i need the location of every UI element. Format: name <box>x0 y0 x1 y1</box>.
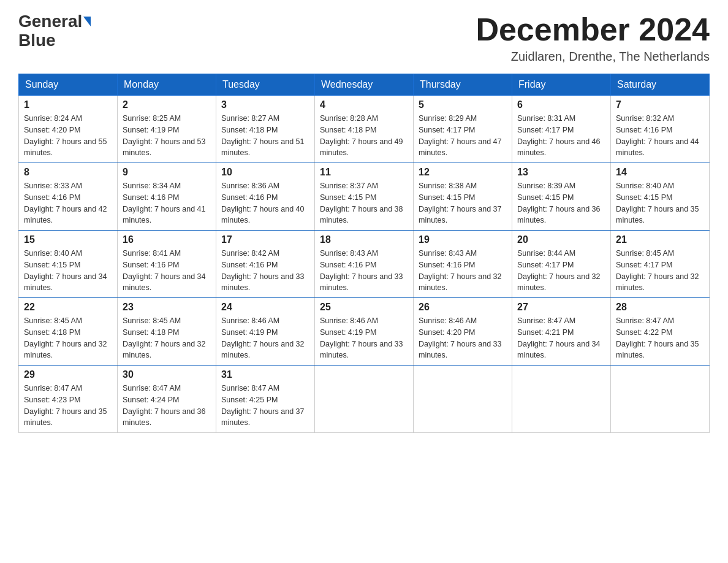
weekday-header-row: SundayMondayTuesdayWednesdayThursdayFrid… <box>19 74 710 96</box>
calendar-cell: 14 Sunrise: 8:40 AM Sunset: 4:15 PM Dayl… <box>611 163 710 231</box>
calendar-cell: 9 Sunrise: 8:34 AM Sunset: 4:16 PM Dayli… <box>118 163 216 231</box>
day-number: 4 <box>320 99 408 110</box>
calendar-cell: 20 Sunrise: 8:44 AM Sunset: 4:17 PM Dayl… <box>512 231 611 298</box>
calendar-cell: 1 Sunrise: 8:24 AM Sunset: 4:20 PM Dayli… <box>19 96 118 163</box>
calendar-cell: 23 Sunrise: 8:45 AM Sunset: 4:18 PM Dayl… <box>118 298 216 366</box>
day-info: Sunrise: 8:34 AM Sunset: 4:16 PM Dayligh… <box>123 180 211 226</box>
day-info: Sunrise: 8:40 AM Sunset: 4:15 PM Dayligh… <box>24 248 112 294</box>
day-info: Sunrise: 8:37 AM Sunset: 4:15 PM Dayligh… <box>320 180 408 226</box>
page-header: General Blue December 2024 Zuidlaren, Dr… <box>18 12 710 64</box>
day-number: 12 <box>419 167 507 178</box>
day-info: Sunrise: 8:27 AM Sunset: 4:18 PM Dayligh… <box>221 113 309 159</box>
day-info: Sunrise: 8:46 AM Sunset: 4:19 PM Dayligh… <box>320 315 408 361</box>
calendar-cell: 4 Sunrise: 8:28 AM Sunset: 4:18 PM Dayli… <box>315 96 414 163</box>
calendar-week-row: 22 Sunrise: 8:45 AM Sunset: 4:18 PM Dayl… <box>19 298 710 366</box>
day-number: 10 <box>221 167 309 178</box>
day-info: Sunrise: 8:47 AM Sunset: 4:24 PM Dayligh… <box>123 383 211 429</box>
day-number: 11 <box>320 167 408 178</box>
calendar-cell: 30 Sunrise: 8:47 AM Sunset: 4:24 PM Dayl… <box>118 366 216 433</box>
day-number: 16 <box>123 234 211 245</box>
day-number: 19 <box>419 234 507 245</box>
day-info: Sunrise: 8:31 AM Sunset: 4:17 PM Dayligh… <box>517 113 605 159</box>
calendar-week-row: 1 Sunrise: 8:24 AM Sunset: 4:20 PM Dayli… <box>19 96 710 163</box>
calendar-cell: 29 Sunrise: 8:47 AM Sunset: 4:23 PM Dayl… <box>19 366 118 433</box>
calendar-cell: 11 Sunrise: 8:37 AM Sunset: 4:15 PM Dayl… <box>315 163 414 231</box>
day-number: 2 <box>123 99 211 110</box>
day-number: 26 <box>419 302 507 313</box>
logo-text-general: General <box>18 12 82 31</box>
day-info: Sunrise: 8:42 AM Sunset: 4:16 PM Dayligh… <box>221 248 309 294</box>
weekday-header-thursday: Thursday <box>414 74 512 96</box>
day-number: 14 <box>616 167 704 178</box>
title-block: December 2024 Zuidlaren, Drenthe, The Ne… <box>476 12 710 64</box>
day-number: 25 <box>320 302 408 313</box>
day-number: 15 <box>24 234 112 245</box>
day-number: 27 <box>517 302 605 313</box>
calendar-week-row: 29 Sunrise: 8:47 AM Sunset: 4:23 PM Dayl… <box>19 366 710 433</box>
day-info: Sunrise: 8:47 AM Sunset: 4:23 PM Dayligh… <box>24 383 112 429</box>
calendar-cell: 27 Sunrise: 8:47 AM Sunset: 4:21 PM Dayl… <box>512 298 611 366</box>
calendar-cell: 26 Sunrise: 8:46 AM Sunset: 4:20 PM Dayl… <box>414 298 512 366</box>
calendar-cell: 5 Sunrise: 8:29 AM Sunset: 4:17 PM Dayli… <box>414 96 512 163</box>
calendar-cell: 2 Sunrise: 8:25 AM Sunset: 4:19 PM Dayli… <box>118 96 216 163</box>
day-number: 13 <box>517 167 605 178</box>
day-info: Sunrise: 8:33 AM Sunset: 4:16 PM Dayligh… <box>24 180 112 226</box>
day-number: 30 <box>123 369 211 380</box>
day-info: Sunrise: 8:24 AM Sunset: 4:20 PM Dayligh… <box>24 113 112 159</box>
calendar-cell: 13 Sunrise: 8:39 AM Sunset: 4:15 PM Dayl… <box>512 163 611 231</box>
day-number: 18 <box>320 234 408 245</box>
calendar-cell: 12 Sunrise: 8:38 AM Sunset: 4:15 PM Dayl… <box>414 163 512 231</box>
day-info: Sunrise: 8:43 AM Sunset: 4:16 PM Dayligh… <box>320 248 408 294</box>
day-number: 24 <box>221 302 309 313</box>
weekday-header-monday: Monday <box>118 74 216 96</box>
day-number: 6 <box>517 99 605 110</box>
logo-arrow-icon <box>83 17 91 26</box>
weekday-header-friday: Friday <box>512 74 611 96</box>
day-info: Sunrise: 8:32 AM Sunset: 4:16 PM Dayligh… <box>616 113 704 159</box>
day-number: 7 <box>616 99 704 110</box>
day-number: 17 <box>221 234 309 245</box>
calendar-cell <box>611 366 710 433</box>
logo-text-blue: Blue <box>18 31 56 50</box>
day-info: Sunrise: 8:47 AM Sunset: 4:21 PM Dayligh… <box>517 315 605 361</box>
calendar-cell <box>315 366 414 433</box>
day-number: 22 <box>24 302 112 313</box>
calendar-cell: 25 Sunrise: 8:46 AM Sunset: 4:19 PM Dayl… <box>315 298 414 366</box>
day-info: Sunrise: 8:28 AM Sunset: 4:18 PM Dayligh… <box>320 113 408 159</box>
day-number: 1 <box>24 99 112 110</box>
weekday-header-saturday: Saturday <box>611 74 710 96</box>
calendar-cell: 7 Sunrise: 8:32 AM Sunset: 4:16 PM Dayli… <box>611 96 710 163</box>
calendar-cell: 3 Sunrise: 8:27 AM Sunset: 4:18 PM Dayli… <box>216 96 315 163</box>
weekday-header-sunday: Sunday <box>19 74 118 96</box>
day-info: Sunrise: 8:45 AM Sunset: 4:18 PM Dayligh… <box>123 315 211 361</box>
day-info: Sunrise: 8:25 AM Sunset: 4:19 PM Dayligh… <box>123 113 211 159</box>
weekday-header-wednesday: Wednesday <box>315 74 414 96</box>
calendar-cell: 8 Sunrise: 8:33 AM Sunset: 4:16 PM Dayli… <box>19 163 118 231</box>
calendar-cell: 10 Sunrise: 8:36 AM Sunset: 4:16 PM Dayl… <box>216 163 315 231</box>
day-number: 31 <box>221 369 309 380</box>
day-number: 3 <box>221 99 309 110</box>
day-info: Sunrise: 8:29 AM Sunset: 4:17 PM Dayligh… <box>419 113 507 159</box>
day-info: Sunrise: 8:45 AM Sunset: 4:17 PM Dayligh… <box>616 248 704 294</box>
calendar-cell <box>512 366 611 433</box>
calendar-cell: 28 Sunrise: 8:47 AM Sunset: 4:22 PM Dayl… <box>611 298 710 366</box>
calendar-cell: 19 Sunrise: 8:43 AM Sunset: 4:16 PM Dayl… <box>414 231 512 298</box>
calendar-cell: 15 Sunrise: 8:40 AM Sunset: 4:15 PM Dayl… <box>19 231 118 298</box>
calendar-cell: 6 Sunrise: 8:31 AM Sunset: 4:17 PM Dayli… <box>512 96 611 163</box>
day-number: 8 <box>24 167 112 178</box>
day-number: 29 <box>24 369 112 380</box>
calendar-cell: 21 Sunrise: 8:45 AM Sunset: 4:17 PM Dayl… <box>611 231 710 298</box>
location-text: Zuidlaren, Drenthe, The Netherlands <box>476 50 710 64</box>
calendar-week-row: 8 Sunrise: 8:33 AM Sunset: 4:16 PM Dayli… <box>19 163 710 231</box>
calendar-cell: 31 Sunrise: 8:47 AM Sunset: 4:25 PM Dayl… <box>216 366 315 433</box>
calendar-cell: 24 Sunrise: 8:46 AM Sunset: 4:19 PM Dayl… <box>216 298 315 366</box>
day-info: Sunrise: 8:47 AM Sunset: 4:25 PM Dayligh… <box>221 383 309 429</box>
calendar-cell: 18 Sunrise: 8:43 AM Sunset: 4:16 PM Dayl… <box>315 231 414 298</box>
day-number: 5 <box>419 99 507 110</box>
logo: General Blue <box>18 12 91 50</box>
day-number: 9 <box>123 167 211 178</box>
calendar-cell: 16 Sunrise: 8:41 AM Sunset: 4:16 PM Dayl… <box>118 231 216 298</box>
day-info: Sunrise: 8:38 AM Sunset: 4:15 PM Dayligh… <box>419 180 507 226</box>
day-info: Sunrise: 8:44 AM Sunset: 4:17 PM Dayligh… <box>517 248 605 294</box>
calendar-cell: 17 Sunrise: 8:42 AM Sunset: 4:16 PM Dayl… <box>216 231 315 298</box>
